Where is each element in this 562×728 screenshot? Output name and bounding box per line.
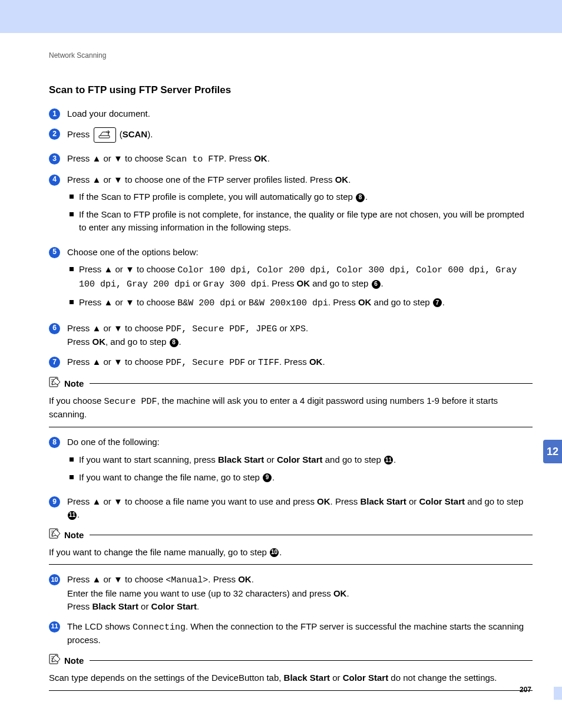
step-body: Choose one of the options below: Press ▲… [67,246,533,315]
text: . Press [208,574,238,584]
note-header: Note [49,528,533,542]
bullet-text: If you want to change the file name, go … [79,471,533,484]
header-band [0,0,562,33]
step-10: 10 Press ▲ or ▼ to choose <Manual>. Pres… [49,573,533,612]
bullet-text: If you want to start scanning, press Bla… [79,453,533,466]
text: and go to step [465,496,523,506]
text: . [77,509,80,519]
text: If you want to change the file name manu… [49,547,269,557]
step-9: 9 Press ▲ or ▼ to choose a file name you… [49,495,533,521]
bullet: If you want to start scanning, press Bla… [70,453,533,466]
text: or [277,323,290,333]
ok-key: OK [238,574,252,584]
arrow-keys: ▲ or ▼ [92,357,123,367]
ok-key: OK [317,496,330,506]
step-number: 11 [49,621,60,633]
text: and go to step [310,278,371,288]
note-icon [49,377,61,391]
step-ref: 8 [170,338,178,347]
ok-key: OK [333,588,347,598]
text: Press [67,153,92,163]
note-block: Note If you want to change the file name… [49,528,533,565]
text: . Press [328,297,358,307]
text: Press [79,297,104,307]
bullet-marker [70,300,74,304]
step-number: 5 [49,247,60,258]
step-number: 8 [49,437,60,448]
text: . [179,337,181,347]
bullet: If the Scan to FTP profile is not comple… [70,208,533,234]
step-number: 1 [49,108,60,120]
bullet-marker [70,457,74,462]
note-body: If you want to change the file name manu… [49,546,533,565]
text: . [252,574,254,584]
arrow-keys: ▲ or ▼ [92,496,123,506]
step-ref: 10 [270,548,279,557]
bullet-marker [70,267,74,271]
ok-key: OK [335,174,349,185]
text: . Press [224,153,254,163]
lcd-text: B&W 200x100 dpi [249,298,328,308]
text: Press [67,357,92,367]
text: and go to step [371,297,432,307]
ok-key: OK [297,278,310,288]
step-number: 4 [49,174,60,186]
step-6: 6 Press ▲ or ▼ to choose PDF, Secure PDF… [49,322,533,349]
text: or [245,357,258,367]
color-start-key: Color Start [419,496,465,506]
step-number: 10 [49,574,60,585]
bullet: Press ▲ or ▼ to choose B&W 200 dpi or B&… [70,296,533,310]
text: to choose one of the FTP server profiles… [123,174,335,185]
step-ref: 7 [433,298,442,307]
bullet: If you want to change the file name, go … [70,471,533,484]
text: . [279,547,282,557]
lcd-text: Connecting [133,622,186,633]
chapter-tab: 12 [543,440,562,463]
note-rule [90,660,533,661]
step-body: Press ▲ or ▼ to choose PDF, Secure PDF, … [67,322,533,349]
text: . Press [267,278,297,288]
text: . [306,323,308,333]
text: If you want to change the file name, go … [79,472,262,482]
text: Choose one of the options below: [67,247,199,257]
note-body: If you choose Secure PDF, the machine wi… [49,394,533,428]
note-label: Note [64,654,84,667]
bullet-marker [70,475,74,479]
step-body: Press ▲ or ▼ to choose PDF, Secure PDF o… [67,355,533,370]
black-start-key: Black Start [360,496,406,506]
section-label: Network Scanning [49,51,533,61]
lcd-text: Scan to FTP [166,154,224,164]
note-icon [49,654,61,668]
text: . Press [330,496,361,506]
ok-key: OK [358,297,372,307]
black-start-key: Black Start [218,454,264,465]
text: Press [67,601,92,611]
text: or [138,601,151,611]
step-ref: 11 [68,511,77,520]
color-start-key: Color Start [343,673,389,683]
lcd-text: Gray 300 dpi [203,279,267,289]
step-ref: 11 [384,456,393,465]
bullet: If the Scan to FTP profile is complete, … [70,190,533,203]
bullet: Press ▲ or ▼ to choose Color 100 dpi, Co… [70,263,533,291]
text: , and go to step [105,337,169,347]
text: Scan type depends on the settings of the… [49,673,284,683]
text: . [346,588,349,598]
step-number: 7 [49,357,60,368]
step-body: Press ▲ or ▼ to choose a file name you w… [67,495,533,521]
arrow-keys: ▲ or ▼ [92,153,123,163]
text: Press [79,264,104,274]
side-tab-stub [554,687,562,700]
bullet-marker [70,195,74,199]
note-label: Note [64,377,84,390]
text: . [348,174,351,185]
step-5: 5 Choose one of the options below: Press… [49,246,533,315]
note-header: Note [49,654,533,668]
text: and go to step [323,454,384,465]
step-4: 4 Press ▲ or ▼ to choose one of the FTP … [49,173,533,239]
ok-key: OK [309,357,323,367]
note-rule [90,535,533,535]
step-3: 3 Press ▲ or ▼ to choose Scan to FTP. Pr… [49,152,533,166]
lcd-text: <Manual> [166,575,208,585]
lcd-text: TIFF [258,358,279,368]
